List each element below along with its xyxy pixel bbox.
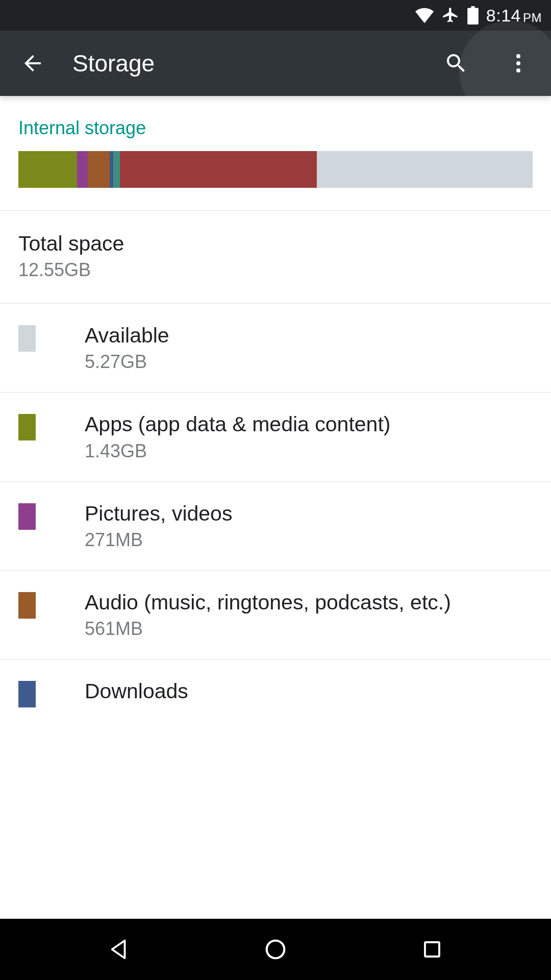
storage-item-value: 271MB	[85, 529, 533, 551]
usage-segment-audio	[88, 151, 110, 188]
back-arrow-icon	[20, 51, 45, 76]
storage-item-label: Available	[85, 323, 533, 348]
storage-item-value: 1.43GB	[85, 440, 533, 462]
nav-back-icon	[107, 938, 131, 961]
swatch-icon	[18, 414, 36, 440]
storage-item-pictures[interactable]: Pictures, videos 271MB	[0, 482, 551, 570]
swatch-icon	[18, 681, 36, 707]
storage-usage-bar	[18, 151, 533, 188]
section-header-internal-storage: Internal storage	[0, 96, 551, 151]
wifi-icon	[415, 8, 434, 23]
storage-item-value: 5.27GB	[85, 351, 533, 373]
more-vert-icon	[506, 51, 531, 76]
storage-item-value: 561MB	[85, 618, 533, 640]
airplane-mode-icon	[441, 6, 460, 24]
page-title: Storage	[72, 50, 416, 77]
search-icon	[444, 51, 468, 76]
storage-item-label: Apps (app data & media content)	[85, 412, 533, 437]
usage-segment-pictures	[77, 151, 88, 188]
status-bar: 8:14PM	[0, 0, 551, 31]
usage-segment-downloads	[110, 151, 113, 188]
app-bar: Storage	[0, 31, 551, 96]
nav-recents-button[interactable]	[402, 929, 463, 970]
svg-point-0	[516, 54, 520, 58]
total-space-label: Total space	[18, 231, 533, 256]
svg-point-3	[267, 941, 285, 959]
swatch-icon	[18, 592, 36, 619]
overflow-menu-button[interactable]	[496, 41, 541, 86]
storage-item-apps[interactable]: Apps (app data & media content) 1.43GB	[0, 393, 551, 481]
svg-point-2	[516, 68, 520, 72]
storage-item-label: Audio (music, ringtones, podcasts, etc.)	[85, 590, 533, 615]
storage-item-available[interactable]: Available 5.27GB	[0, 304, 551, 392]
battery-icon	[467, 6, 479, 24]
system-navigation-bar	[0, 919, 551, 980]
storage-item-downloads[interactable]: Downloads	[0, 659, 551, 727]
swatch-icon	[18, 325, 36, 352]
svg-rect-4	[425, 942, 439, 957]
storage-item-label: Pictures, videos	[85, 501, 533, 526]
storage-item-label: Downloads	[85, 679, 533, 704]
content-scroll[interactable]: Internal storage Total space 12.55GB Ava…	[0, 96, 551, 919]
clock-text: 8:14PM	[486, 6, 542, 26]
usage-segment-apps	[18, 151, 77, 188]
total-space-row[interactable]: Total space 12.55GB	[0, 211, 551, 303]
storage-usage-bar-container	[0, 151, 551, 210]
back-button[interactable]	[10, 41, 55, 86]
svg-point-1	[516, 61, 520, 65]
swatch-icon	[18, 503, 36, 530]
nav-back-button[interactable]	[88, 929, 149, 970]
usage-segment-other	[120, 151, 317, 188]
usage-segment-cached	[113, 151, 119, 188]
nav-home-icon	[264, 938, 287, 961]
nav-home-button[interactable]	[245, 929, 306, 970]
search-button[interactable]	[434, 41, 479, 86]
total-space-value: 12.55GB	[18, 259, 533, 281]
storage-item-audio[interactable]: Audio (music, ringtones, podcasts, etc.)…	[0, 571, 551, 659]
nav-recents-icon	[421, 939, 443, 960]
